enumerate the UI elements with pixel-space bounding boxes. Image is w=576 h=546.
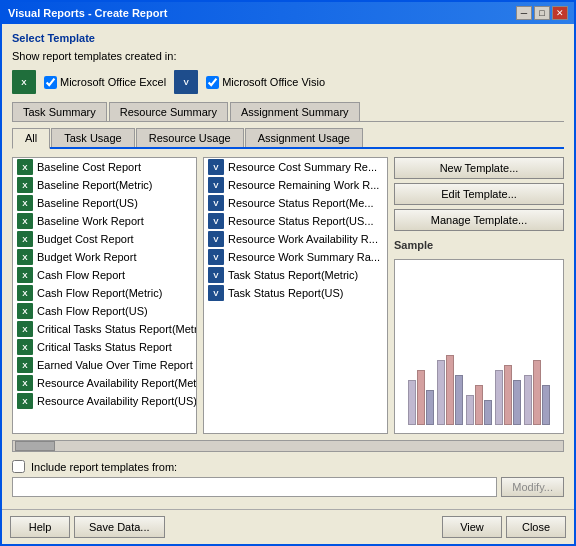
sub-tab-assignment-usage[interactable]: Assignment Usage bbox=[245, 128, 363, 147]
list-item[interactable]: XResource Availability Report(US) bbox=[13, 392, 196, 410]
close-title-button[interactable]: ✕ bbox=[552, 6, 568, 20]
include-checkbox[interactable] bbox=[12, 460, 25, 473]
help-button[interactable]: Help bbox=[10, 516, 70, 538]
list-item-label: Baseline Cost Report bbox=[37, 161, 141, 173]
list-item-label: Resource Status Report(US... bbox=[228, 215, 374, 227]
view-button[interactable]: View bbox=[442, 516, 502, 538]
tab-assignment-summary[interactable]: Assignment Summary bbox=[230, 102, 360, 121]
scrollbar-thumb[interactable] bbox=[15, 441, 55, 451]
list-item-label: Baseline Report(US) bbox=[37, 197, 138, 209]
list-item[interactable]: VResource Work Summary Ra... bbox=[204, 248, 387, 266]
excel-file-icon: X bbox=[17, 357, 33, 373]
include-row: Include report templates from: bbox=[12, 460, 564, 473]
list-item-label: Baseline Report(Metric) bbox=[37, 179, 153, 191]
list-item[interactable]: VResource Remaining Work R... bbox=[204, 176, 387, 194]
chart-bar bbox=[495, 370, 503, 425]
save-data-button[interactable]: Save Data... bbox=[74, 516, 165, 538]
chart-bar bbox=[524, 375, 532, 425]
list-item-label: Resource Work Availability R... bbox=[228, 233, 378, 245]
include-input-row: Modify... bbox=[12, 477, 564, 497]
sub-tab-resource-usage[interactable]: Resource Usage bbox=[136, 128, 244, 147]
list-item[interactable]: XCash Flow Report bbox=[13, 266, 196, 284]
include-path-input[interactable] bbox=[12, 477, 497, 497]
excel-file-icon: X bbox=[17, 303, 33, 319]
list-item[interactable]: XCritical Tasks Status Report bbox=[13, 338, 196, 356]
chart-bar bbox=[542, 385, 550, 425]
chart-bar-group bbox=[408, 370, 434, 425]
chart-bar bbox=[417, 370, 425, 425]
tab-resource-summary[interactable]: Resource Summary bbox=[109, 102, 228, 121]
left-list[interactable]: XBaseline Cost ReportXBaseline Report(Me… bbox=[12, 157, 197, 434]
list-item-label: Resource Remaining Work R... bbox=[228, 179, 379, 191]
excel-label-text: Microsoft Office Excel bbox=[60, 76, 166, 88]
list-item-label: Cash Flow Report bbox=[37, 269, 125, 281]
list-item[interactable]: XBaseline Cost Report bbox=[13, 158, 196, 176]
list-item-label: Task Status Report(US) bbox=[228, 287, 344, 299]
chart-bar bbox=[437, 360, 445, 425]
bottom-buttons: Help Save Data... View Close bbox=[2, 509, 574, 544]
sample-chart bbox=[394, 259, 564, 434]
modify-button[interactable]: Modify... bbox=[501, 477, 564, 497]
excel-app-icon: X bbox=[12, 70, 36, 94]
list-item-label: Resource Cost Summary Re... bbox=[228, 161, 377, 173]
list-item[interactable]: XBudget Cost Report bbox=[13, 230, 196, 248]
visio-label-text: Microsoft Office Visio bbox=[222, 76, 325, 88]
maximize-button[interactable]: □ bbox=[534, 6, 550, 20]
list-item-label: Cash Flow Report(Metric) bbox=[37, 287, 162, 299]
minimize-button[interactable]: ─ bbox=[516, 6, 532, 20]
list-item[interactable]: XResource Availability Report(Metric) bbox=[13, 374, 196, 392]
visio-file-icon: V bbox=[208, 177, 224, 193]
list-item[interactable]: XBaseline Report(Metric) bbox=[13, 176, 196, 194]
chart-bars bbox=[408, 345, 550, 425]
edit-template-button[interactable]: Edit Template... bbox=[394, 183, 564, 205]
list-item[interactable]: XBaseline Work Report bbox=[13, 212, 196, 230]
sub-tab-task-usage[interactable]: Task Usage bbox=[51, 128, 134, 147]
list-item[interactable]: VTask Status Report(US) bbox=[204, 284, 387, 302]
close-button[interactable]: Close bbox=[506, 516, 566, 538]
right-list[interactable]: VResource Cost Summary Re...VResource Re… bbox=[203, 157, 388, 434]
list-item-label: Resource Work Summary Ra... bbox=[228, 251, 380, 263]
visio-checkbox-label[interactable]: Microsoft Office Visio bbox=[206, 76, 325, 89]
chart-bar bbox=[533, 360, 541, 425]
chart-bar bbox=[504, 365, 512, 425]
list-item[interactable]: XBudget Work Report bbox=[13, 248, 196, 266]
excel-file-icon: X bbox=[17, 159, 33, 175]
select-template-label: Select Template bbox=[12, 32, 564, 44]
list-item-label: Critical Tasks Status Report(Metric) bbox=[37, 323, 197, 335]
list-item-label: Resource Availability Report(US) bbox=[37, 395, 197, 407]
list-item[interactable]: VResource Work Availability R... bbox=[204, 230, 387, 248]
visio-file-icon: V bbox=[208, 285, 224, 301]
visio-file-icon: V bbox=[208, 249, 224, 265]
excel-checkbox-label[interactable]: Microsoft Office Excel bbox=[44, 76, 166, 89]
list-item[interactable]: XBaseline Report(US) bbox=[13, 194, 196, 212]
visio-checkbox[interactable] bbox=[206, 76, 219, 89]
list-item[interactable]: XCash Flow Report(Metric) bbox=[13, 284, 196, 302]
chart-bar bbox=[513, 380, 521, 425]
new-template-button[interactable]: New Template... bbox=[394, 157, 564, 179]
list-item-label: Budget Cost Report bbox=[37, 233, 134, 245]
excel-file-icon: X bbox=[17, 177, 33, 193]
visio-file-icon: V bbox=[208, 195, 224, 211]
list-item-label: Baseline Work Report bbox=[37, 215, 144, 227]
list-item[interactable]: VTask Status Report(Metric) bbox=[204, 266, 387, 284]
chart-bar bbox=[446, 355, 454, 425]
list-item[interactable]: XEarned Value Over Time Report bbox=[13, 356, 196, 374]
app-checkboxes-row: X Microsoft Office Excel V Microsoft Off… bbox=[12, 70, 564, 94]
chart-bar bbox=[408, 380, 416, 425]
horizontal-scrollbar[interactable] bbox=[12, 440, 564, 452]
sub-tab-all[interactable]: All bbox=[12, 128, 50, 149]
chart-bar bbox=[466, 395, 474, 425]
sub-tabs: All Task Usage Resource Usage Assignment… bbox=[12, 128, 564, 149]
manage-template-button[interactable]: Manage Template... bbox=[394, 209, 564, 231]
include-label: Include report templates from: bbox=[31, 461, 177, 473]
bottom-right-buttons: View Close bbox=[442, 516, 566, 538]
list-item-label: Critical Tasks Status Report bbox=[37, 341, 172, 353]
excel-checkbox[interactable] bbox=[44, 76, 57, 89]
list-item[interactable]: VResource Cost Summary Re... bbox=[204, 158, 387, 176]
tab-task-summary[interactable]: Task Summary bbox=[12, 102, 107, 121]
excel-file-icon: X bbox=[17, 213, 33, 229]
list-item[interactable]: XCash Flow Report(US) bbox=[13, 302, 196, 320]
list-item[interactable]: XCritical Tasks Status Report(Metric) bbox=[13, 320, 196, 338]
list-item[interactable]: VResource Status Report(US... bbox=[204, 212, 387, 230]
list-item[interactable]: VResource Status Report(Me... bbox=[204, 194, 387, 212]
